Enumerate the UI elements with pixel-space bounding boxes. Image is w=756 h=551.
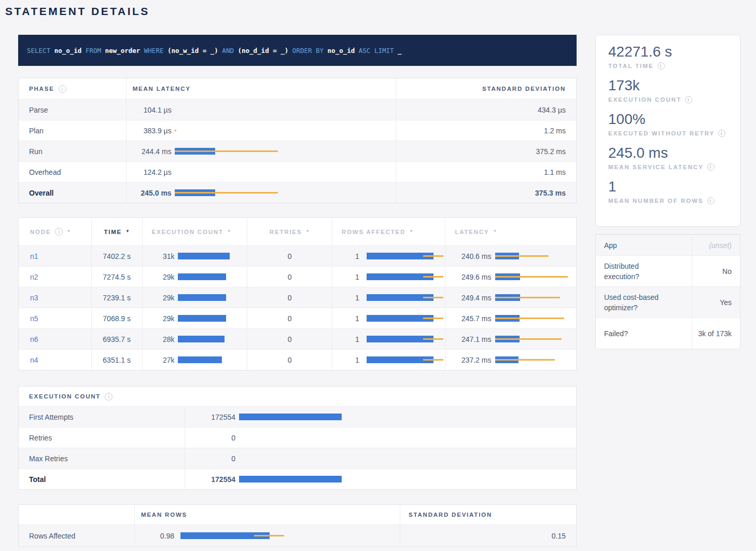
exec-row-max-retries: Max Retries 0 bbox=[19, 448, 576, 469]
execution-count-table: EXECUTION COUNT i First Attempts 172554 … bbox=[18, 386, 577, 490]
sort-arrow-icon[interactable]: ▼ bbox=[305, 229, 310, 233]
execution-count-bar bbox=[178, 356, 247, 363]
rows-affected-bar bbox=[367, 253, 445, 259]
execution-count-bar bbox=[178, 315, 247, 322]
node-link[interactable]: n6 bbox=[30, 335, 38, 343]
latency-bar bbox=[495, 294, 576, 301]
mean-latency-column-header: MEAN LATENCY bbox=[126, 78, 396, 99]
phase-column-header: PHASE i bbox=[19, 78, 126, 99]
latency-column-header[interactable]: LATENCY ▼ bbox=[445, 218, 576, 245]
latency-bar bbox=[175, 127, 396, 134]
latency-bar bbox=[175, 169, 396, 175]
page-title: STATEMENT DETAILS bbox=[5, 5, 756, 18]
node-link[interactable]: n1 bbox=[30, 252, 38, 260]
node-column-header[interactable]: NODE i ▼ bbox=[19, 218, 91, 245]
prop-row-cost-based-optimizer: Used cost-based optimizer? Yes bbox=[596, 286, 740, 318]
time-column-header[interactable]: TIME ▼ bbox=[91, 218, 142, 245]
summary-sidebar: 42271.6 s TOTAL TIMEi 173k EXECUTION COU… bbox=[595, 35, 740, 547]
execution-count-bar bbox=[178, 273, 247, 280]
sql-token-pl: (no_w_id = _) bbox=[167, 47, 218, 54]
info-icon[interactable]: i bbox=[707, 197, 715, 204]
sql-token-kw: SELECT bbox=[27, 47, 50, 54]
sort-arrow-icon[interactable]: ▼ bbox=[493, 229, 497, 233]
execution-count-bar bbox=[178, 336, 247, 342]
sort-arrow-icon[interactable]: ▼ bbox=[66, 229, 71, 233]
count-bar bbox=[239, 455, 576, 462]
info-icon[interactable]: i bbox=[105, 393, 113, 401]
latency-bar bbox=[495, 315, 576, 322]
rows-affected-bar bbox=[367, 273, 445, 280]
node-row: n6 6935.7 s 28k 0 1 247.1 ms bbox=[19, 328, 576, 349]
prop-row-failed: Failed? 3k of 173k bbox=[596, 318, 740, 349]
info-icon[interactable]: i bbox=[657, 62, 665, 70]
execution-count-bar bbox=[178, 294, 247, 301]
info-icon[interactable]: i bbox=[55, 228, 63, 236]
sql-token-kw: ASC bbox=[359, 47, 371, 54]
rows-affected-table: MEAN ROWS STANDARD DEVIATION Rows Affect… bbox=[18, 504, 577, 547]
std-deviation-column-header: STANDARD DEVIATION bbox=[396, 78, 576, 99]
phase-row-run: Run 244.4 ms 375.2 ms bbox=[19, 141, 576, 161]
phase-row-overhead: Overhead 124.2 µs 1.1 ms bbox=[19, 161, 576, 182]
phase-row-overall: Overall 245.0 ms 375.3 ms bbox=[19, 182, 576, 203]
execution-count-column-header[interactable]: EXECUTION COUNT ▼ bbox=[142, 218, 247, 245]
count-bar bbox=[239, 476, 576, 483]
exec-row-total: Total 172554 bbox=[19, 469, 576, 489]
sql-token-id: no_o_id bbox=[54, 47, 82, 54]
latency-bar bbox=[495, 273, 576, 280]
sql-token-id: no_o_id bbox=[328, 47, 355, 54]
main-column: SELECT no_o_id FROM new_order WHERE (no_… bbox=[18, 35, 577, 547]
sql-statement-box: SELECT no_o_id FROM new_order WHERE (no_… bbox=[18, 35, 577, 66]
rows-affected-bar bbox=[367, 336, 445, 342]
node-table-header: NODE i ▼ TIME ▼ EXECUTION COUNT ▼ RETRIE… bbox=[19, 218, 576, 245]
sql-token-pl: (no_d_id = _) bbox=[237, 47, 288, 54]
rows-affected-table-header: MEAN ROWS STANDARD DEVIATION bbox=[19, 505, 576, 525]
sql-token-kw: AND bbox=[222, 47, 234, 54]
rows-affected-bar bbox=[367, 315, 445, 322]
rows-affected-column-header[interactable]: ROWS AFFECTED ▼ bbox=[332, 218, 445, 245]
prop-row-app: App (unset) bbox=[596, 235, 740, 255]
mean-rows-bar bbox=[180, 532, 400, 539]
retries-column-header[interactable]: RETRIES ▼ bbox=[247, 218, 332, 245]
sort-arrow-icon[interactable]: ▼ bbox=[409, 229, 413, 233]
rows-affected-bar bbox=[367, 294, 445, 301]
stat-execution-count: 173k EXECUTION COUNTi bbox=[608, 76, 727, 103]
statement-stats-card: 42271.6 s TOTAL TIMEi 173k EXECUTION COU… bbox=[595, 35, 740, 227]
node-link[interactable]: n2 bbox=[30, 273, 38, 281]
node-row: n2 7274.5 s 29k 0 1 249.6 ms bbox=[19, 266, 576, 287]
prop-row-distributed-execution: Distributed execution? No bbox=[596, 255, 740, 286]
latency-bar bbox=[495, 356, 576, 363]
sort-arrow-icon[interactable]: ▼ bbox=[125, 229, 130, 233]
latency-bar bbox=[495, 336, 576, 342]
count-bar bbox=[239, 434, 576, 441]
node-row: n4 6351.1 s 27k 0 1 237.2 ms bbox=[19, 349, 576, 370]
exec-row-first-attempts: First Attempts 172554 bbox=[19, 406, 576, 427]
stat-total-time: 42271.6 s TOTAL TIMEi bbox=[608, 43, 727, 70]
info-icon[interactable]: i bbox=[718, 130, 725, 137]
count-bar bbox=[239, 414, 576, 420]
node-link[interactable]: n5 bbox=[30, 314, 38, 323]
phase-table-header: PHASE i MEAN LATENCY STANDARD DEVIATION bbox=[19, 78, 576, 99]
stat-executed-without-retry: 100% EXECUTED WITHOUT RETRYi bbox=[608, 110, 727, 137]
statement-properties-table: App (unset) Distributed execution? No Us… bbox=[595, 234, 740, 349]
stat-mean-service-latency: 245.0 ms MEAN SERVICE LATENCYi bbox=[608, 144, 727, 171]
rows-affected-bar bbox=[367, 356, 445, 363]
execution-count-bar bbox=[178, 253, 247, 259]
sql-token-kw: ORDER BY bbox=[292, 47, 324, 54]
info-icon[interactable]: i bbox=[707, 163, 715, 171]
stat-mean-number-of-rows: 1 MEAN NUMBER OF ROWSi bbox=[608, 177, 727, 204]
latency-bar bbox=[175, 189, 396, 196]
sql-token-kw: LIMIT bbox=[374, 47, 394, 54]
rows-affected-row: Rows Affected 0.98 0.15 bbox=[19, 525, 576, 546]
sql-token-id: new_order bbox=[105, 47, 141, 54]
info-icon[interactable]: i bbox=[685, 96, 692, 103]
node-link[interactable]: n3 bbox=[30, 294, 38, 302]
info-icon[interactable]: i bbox=[59, 85, 66, 93]
node-row: n5 7068.9 s 29k 0 1 245.7 ms bbox=[19, 308, 576, 328]
sort-arrow-icon[interactable]: ▼ bbox=[227, 229, 231, 233]
phase-row-parse: Parse 104.1 µs 434.3 µs bbox=[19, 99, 576, 120]
sql-statement-text: SELECT no_o_id FROM new_order WHERE (no_… bbox=[27, 47, 402, 54]
phase-row-plan: Plan 383.9 µs 1.2 ms bbox=[19, 120, 576, 141]
node-link[interactable]: n4 bbox=[30, 356, 38, 364]
execution-count-table-header: EXECUTION COUNT i bbox=[19, 387, 576, 406]
node-row: n3 7239.1 s 29k 0 1 249.4 ms bbox=[19, 287, 576, 308]
